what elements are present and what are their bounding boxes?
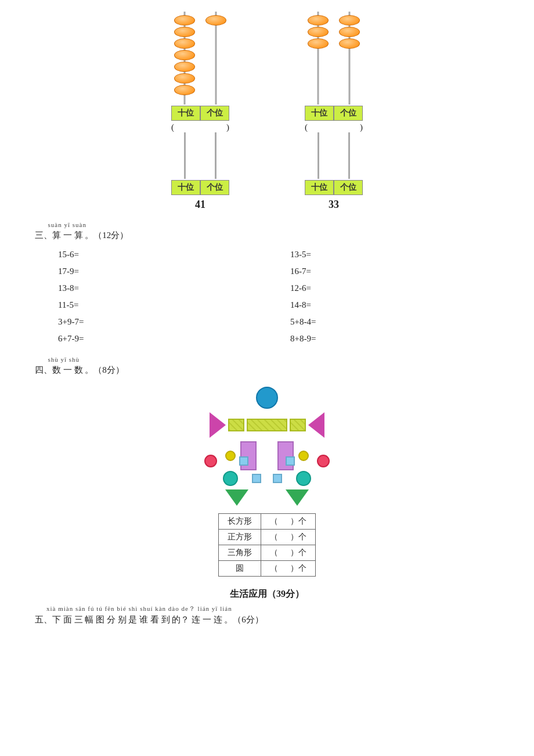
- section3-pinyin: suàn yī suàn: [35, 221, 499, 229]
- ones-label-right: 个位: [334, 106, 363, 121]
- math-problem: 11-5=: [58, 298, 267, 312]
- bead: [174, 27, 195, 37]
- robot-figure: [35, 385, 499, 507]
- shape-name-cell: 正方形: [219, 530, 261, 545]
- connector: [184, 132, 217, 179]
- count-table: 长方形 （ ）个 正方形 （ ）个 三角形 （ ）个 圆 （ ）个: [218, 513, 316, 577]
- abacus-bottom-label-row-right: 十位 个位: [305, 180, 363, 195]
- tens-label-right: 十位: [305, 106, 334, 121]
- circle-shape: [296, 471, 311, 486]
- math-problems-grid: 15-6= 13-5= 17-9= 16-7= 13-8= 12-6= 11-5…: [58, 248, 499, 345]
- robot-feet-top-row: [216, 471, 318, 486]
- math-problem: 14-8=: [290, 298, 499, 312]
- bead: [174, 50, 195, 60]
- abacus-right: 十位 个位 ( ) 十位 个位 33: [302, 12, 366, 211]
- ones-label-bottom: 个位: [200, 180, 229, 195]
- section4-pinyin: shù yī shù: [35, 356, 499, 363]
- bead: [174, 62, 195, 72]
- bead: [339, 15, 360, 26]
- table-row: 正方形 （ ）个: [219, 530, 316, 545]
- bead: [308, 27, 329, 37]
- math-problem: 6+7-9=: [58, 332, 267, 345]
- math-problem: 12-6=: [290, 282, 499, 295]
- count-cell: （ ）个: [261, 545, 316, 561]
- math-problem: 3+9-7=: [58, 315, 267, 329]
- math-problem: 16-7=: [290, 265, 499, 278]
- count-cell: （ ）个: [261, 514, 316, 530]
- life-section-title: 生活应用（39分）: [35, 588, 499, 600]
- rectangle-shape: [228, 419, 244, 431]
- circle-shape: [223, 471, 238, 486]
- triangle-shape: [225, 489, 248, 506]
- circle-shape: [256, 387, 278, 409]
- bead: [205, 15, 226, 26]
- section5-pinyin: xià miàn sān fú tú fēn bié shì shuí kàn …: [35, 605, 499, 613]
- math-problem: 13-8=: [58, 282, 267, 295]
- shape-name-cell: 长方形: [219, 514, 261, 530]
- section5-title: 五、下 面 三 幅 图 分 别 是 谁 看 到 的？ 连 一 连 。（6分）: [35, 613, 499, 627]
- section5: xià miàn sān fú tú fēn bié shì shuí kàn …: [35, 605, 499, 626]
- bead: [339, 38, 360, 49]
- table-row: 三角形 （ ）个: [219, 545, 316, 561]
- robot-head-row: [256, 387, 278, 409]
- robot-lower-row: [202, 455, 332, 467]
- math-problem: 8+8-9=: [290, 332, 499, 345]
- paren-row-right: ( ): [302, 123, 366, 132]
- tens-label-bottom-right: 十位: [305, 180, 334, 195]
- math-problem: 5+8-4=: [290, 315, 499, 329]
- bead: [174, 85, 195, 95]
- section3-header: suàn yī suàn 三、算 一 算 。（12分）: [35, 221, 499, 242]
- math-problem: 13-5=: [290, 248, 499, 261]
- abacus-right-number: 33: [329, 199, 339, 211]
- table-row: 长方形 （ ）个: [219, 514, 316, 530]
- ones-label: 个位: [200, 106, 229, 121]
- tens-label-bottom: 十位: [171, 180, 200, 195]
- bead: [174, 73, 195, 84]
- triangle-shape: [210, 412, 226, 438]
- circle-shape: [204, 455, 217, 467]
- ones-label-bottom-right: 个位: [334, 180, 363, 195]
- square-shape: [239, 456, 248, 466]
- abacus-bottom-label-row: 十位 个位: [171, 180, 229, 195]
- rectangle-shape: [290, 419, 306, 431]
- robot-triangles-row: [208, 489, 326, 506]
- paren-row: ( ): [168, 123, 232, 132]
- shape-name-cell: 圆: [219, 561, 261, 577]
- square-shape: [286, 456, 295, 466]
- abacus-left-number: 41: [195, 199, 205, 211]
- bead: [308, 15, 329, 26]
- section4-header: shù yī shù 四、数 一 数 。（8分）: [35, 356, 499, 377]
- count-cell: （ ）个: [261, 561, 316, 577]
- rectangle-shape: [247, 419, 287, 431]
- math-problem: 15-6=: [58, 248, 267, 261]
- section4-title: 四、数 一 数 。（8分）: [35, 363, 499, 377]
- section3-title: 三、算 一 算 。（12分）: [35, 229, 499, 242]
- abacus-left: 十位 个位 ( ) 十位 个位 41: [168, 12, 232, 211]
- robot-arms-row: [210, 412, 324, 438]
- bead: [174, 15, 195, 26]
- square-shape: [273, 474, 282, 483]
- bead: [339, 27, 360, 37]
- circle-shape: [317, 455, 330, 467]
- math-problem: 17-9=: [58, 265, 267, 278]
- square-shape: [252, 474, 261, 483]
- abacus-label-row-right: 十位 个位: [305, 106, 363, 121]
- connector-right: [317, 132, 350, 179]
- count-cell: （ ）个: [261, 530, 316, 545]
- tens-label: 十位: [171, 106, 200, 121]
- bead: [308, 38, 329, 49]
- abacus-section: 十位 个位 ( ) 十位 个位 41: [35, 12, 499, 211]
- abacus-label-row: 十位 个位: [171, 106, 229, 121]
- triangle-shape: [308, 412, 324, 438]
- triangle-shape: [286, 489, 309, 506]
- shape-name-cell: 三角形: [219, 545, 261, 561]
- table-row: 圆 （ ）个: [219, 561, 316, 577]
- bead: [174, 38, 195, 49]
